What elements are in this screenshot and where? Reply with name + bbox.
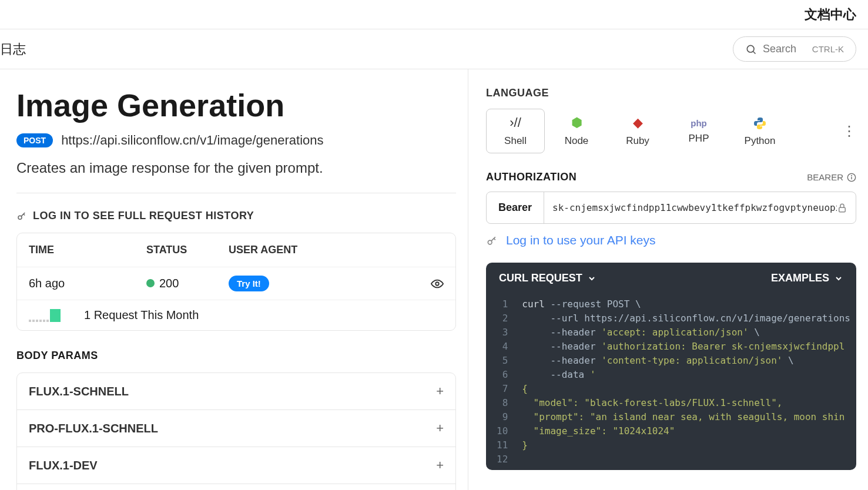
info-icon[interactable]	[847, 173, 856, 182]
chevron-down-icon	[587, 274, 596, 283]
param-row[interactable]: STABLE-DIFFUSION-3-MEDIUM+	[17, 484, 455, 490]
history-section-label: LOG IN TO SEE FULL REQUEST HISTORY	[16, 210, 456, 222]
try-it-button[interactable]: Try It!	[229, 276, 269, 291]
login-hint[interactable]: Log in to use your API keys	[486, 233, 856, 247]
sparkline-icon	[29, 309, 61, 322]
history-status: 200	[146, 277, 229, 290]
body-params-list: FLUX.1-SCHNELL+ PRO-FLUX.1-SCHNELL+ FLUX…	[16, 372, 456, 490]
history-footer: 1 Request This Month	[17, 300, 455, 330]
key-icon	[16, 211, 27, 221]
search-box[interactable]: CTRL-K	[733, 36, 856, 62]
code-request-dropdown[interactable]: CURL REQUEST	[499, 272, 596, 284]
auth-type: BEARER	[807, 172, 856, 182]
chevron-down-icon	[834, 274, 843, 283]
status-dot-icon	[146, 279, 155, 287]
plus-icon: +	[436, 458, 444, 473]
doc-center-link[interactable]: 文档中心	[805, 6, 856, 24]
python-icon	[753, 115, 767, 130]
code-block: CURL REQUEST EXAMPLES 123456789101112 cu…	[486, 263, 856, 470]
lang-tab-ruby[interactable]: ◆ Ruby	[608, 109, 667, 153]
language-label: LANGUAGE	[486, 87, 856, 99]
plus-icon: +	[436, 384, 444, 399]
endpoint-url: https://api.siliconflow.cn/v1/image/gene…	[61, 133, 323, 148]
auth-scheme-label: Bearer	[487, 192, 544, 223]
php-icon: php	[691, 118, 707, 128]
col-agent-header: USER AGENT	[229, 244, 444, 256]
svg-line-4	[24, 214, 25, 215]
param-row[interactable]: PRO-FLUX.1-SCHNELL+	[17, 410, 455, 447]
code-body[interactable]: 123456789101112 curl --request POST \ --…	[486, 294, 856, 470]
plus-icon: +	[436, 421, 444, 436]
method-badge: POST	[16, 133, 53, 147]
node-icon: ⬢	[571, 115, 582, 130]
svg-line-1	[753, 51, 756, 53]
col-status-header: STATUS	[146, 244, 229, 256]
more-languages-icon[interactable]: ⋮	[842, 123, 856, 139]
svg-point-8	[852, 175, 852, 176]
history-row[interactable]: 6h ago 200 Try It!	[17, 267, 455, 300]
lang-tab-php[interactable]: php PHP	[669, 109, 728, 153]
svg-point-5	[435, 283, 439, 286]
auth-label: AUTHORIZATION	[486, 171, 577, 183]
svg-point-0	[747, 45, 754, 52]
nav-log[interactable]: 日志	[0, 41, 26, 58]
request-history-table: TIME STATUS USER AGENT 6h ago 200 Try It…	[16, 233, 456, 331]
body-params-label: BODY PARAMS	[16, 350, 456, 362]
param-row[interactable]: FLUX.1-SCHNELL+	[17, 373, 455, 410]
eye-icon[interactable]	[431, 277, 444, 291]
shell-icon: ›//	[510, 115, 521, 130]
lang-tab-node[interactable]: ⬢ Node	[547, 109, 606, 153]
history-time: 6h ago	[29, 277, 146, 290]
search-icon	[745, 43, 757, 55]
code-examples-dropdown[interactable]: EXAMPLES	[771, 272, 843, 284]
param-row[interactable]: FLUX.1-DEV+	[17, 447, 455, 484]
lang-tab-shell[interactable]: ›// Shell	[486, 109, 545, 153]
ruby-icon: ◆	[633, 115, 643, 130]
page-title: Image Generation	[16, 87, 456, 123]
search-shortcut: CTRL-K	[812, 44, 844, 54]
svg-line-12	[494, 239, 495, 240]
lock-icon	[837, 202, 847, 213]
lang-tab-python[interactable]: Python	[730, 109, 789, 153]
auth-box: Bearer	[486, 192, 856, 224]
svg-rect-9	[839, 207, 846, 212]
col-time-header: TIME	[29, 244, 146, 256]
search-input[interactable]	[763, 43, 806, 55]
key-icon	[486, 233, 498, 247]
endpoint-description: Creates an image response for the given …	[16, 160, 456, 176]
auth-token-input[interactable]	[552, 202, 837, 213]
